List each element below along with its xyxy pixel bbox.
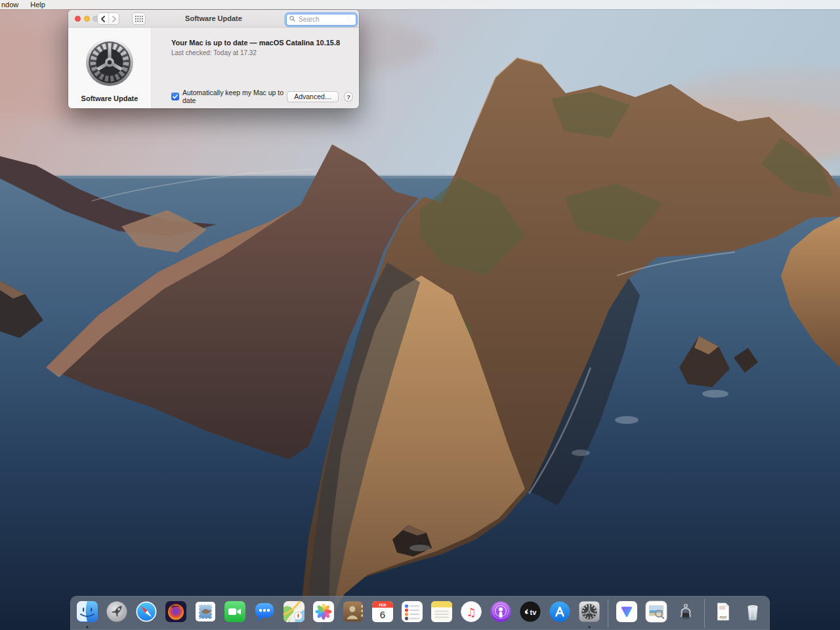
- search-icon: [289, 16, 295, 22]
- dock-item-firefox[interactable]: [165, 600, 187, 623]
- preview-loupe-icon: [645, 600, 667, 623]
- apple-tv-icon: tv: [519, 600, 541, 623]
- chevron-right-icon: [112, 16, 117, 22]
- sidebar-pane: Software Update: [68, 28, 152, 108]
- menu-item-help[interactable]: Help: [24, 0, 51, 9]
- launchpad-rocket-icon: [106, 600, 128, 623]
- auto-update-checkbox[interactable]: [171, 93, 179, 100]
- trash-icon: [742, 600, 764, 623]
- dock-item-hardware-utility[interactable]: [675, 600, 697, 623]
- checkmark-icon: [173, 94, 178, 99]
- dock-item-app-store[interactable]: [549, 600, 571, 623]
- pane-label: Software Update: [68, 94, 151, 102]
- reminders-icon: [401, 600, 423, 623]
- dock-divider: [608, 599, 608, 628]
- window-titlebar: Software Update: [68, 10, 359, 28]
- mail-stamp-icon: [194, 600, 217, 623]
- show-all-preferences-button[interactable]: [132, 12, 146, 25]
- nav-segment: [97, 12, 119, 25]
- svg-text:♫: ♫: [466, 606, 476, 619]
- dock-item-system-preferences[interactable]: [578, 600, 600, 623]
- minimize-button[interactable]: [84, 16, 90, 22]
- svg-text:PDF: PDF: [720, 616, 728, 620]
- running-indicator: [589, 626, 591, 628]
- facetime-camera-icon: [224, 600, 246, 623]
- calendar-icon: FEB 6: [371, 600, 394, 623]
- safari-compass-icon: [135, 600, 158, 623]
- notes-icon: [430, 600, 453, 623]
- auto-update-label: Automatically keep my Mac up to date: [182, 89, 287, 104]
- svg-text:6: 6: [380, 609, 385, 620]
- photos-pinwheel-icon: [312, 600, 335, 623]
- firefox-icon: [165, 600, 187, 623]
- dock-item-notes[interactable]: [430, 600, 453, 623]
- music-note-icon: ♫: [460, 600, 482, 623]
- search-field-wrap: [286, 12, 356, 24]
- contacts-book-icon: [342, 600, 364, 623]
- svg-text:FEB: FEB: [379, 603, 387, 607]
- advanced-button[interactable]: Advanced…: [287, 91, 339, 102]
- last-checked-text: Last checked: Today at 17.32: [171, 49, 257, 56]
- search-input[interactable]: [286, 14, 356, 26]
- dock-item-trash[interactable]: [742, 600, 764, 623]
- dock-item-calendar[interactable]: FEB 6: [371, 600, 394, 623]
- system-preferences-gear-icon: [578, 600, 600, 623]
- dock-item-pdf-document[interactable]: PDF: [712, 600, 734, 623]
- v-triangle-app-icon: [616, 600, 638, 623]
- back-button[interactable]: [98, 13, 108, 24]
- finder-icon: [76, 600, 98, 623]
- chevron-left-icon: [100, 16, 106, 22]
- messages-bubble-icon: [253, 600, 276, 623]
- dock-item-v-triangle-app[interactable]: [616, 600, 638, 623]
- dock-item-photos[interactable]: [312, 600, 335, 623]
- app-store-icon: [549, 600, 571, 623]
- dock-item-safari[interactable]: [135, 600, 158, 623]
- menu-item-window-truncated[interactable]: ndow: [0, 0, 24, 9]
- maps-icon: [283, 600, 305, 623]
- dock-divider: [704, 599, 705, 628]
- dock-item-tv[interactable]: tv: [519, 600, 541, 623]
- menu-bar: ndow Help: [0, 0, 840, 9]
- calipers-chip-icon: [675, 600, 697, 623]
- dock-item-maps[interactable]: [283, 600, 305, 623]
- grid-icon: [135, 16, 143, 22]
- window-main-content: Your Mac is up to date — macOS Catalina …: [152, 28, 359, 108]
- dock-item-finder[interactable]: [76, 600, 98, 623]
- software-update-gear-icon: [85, 38, 134, 87]
- forward-button[interactable]: [108, 13, 119, 24]
- software-update-window: Software Update: [68, 10, 359, 108]
- dock-item-contacts[interactable]: [342, 600, 364, 623]
- pdf-document-icon: PDF: [712, 600, 734, 623]
- dock-item-reminders[interactable]: [401, 600, 423, 623]
- svg-text:tv: tv: [530, 608, 537, 616]
- running-indicator: [87, 626, 89, 628]
- dock: FEB 6: [70, 596, 770, 630]
- dock-item-preview[interactable]: [645, 600, 667, 623]
- close-button[interactable]: [75, 16, 81, 22]
- help-button[interactable]: ?: [344, 92, 353, 102]
- dock-item-mail[interactable]: [194, 600, 217, 623]
- dock-item-facetime[interactable]: [224, 600, 246, 623]
- update-status-title: Your Mac is up to date — macOS Catalina …: [171, 39, 340, 47]
- podcasts-icon: [490, 600, 512, 623]
- desktop: ndow Help: [0, 0, 840, 630]
- dock-item-messages[interactable]: [253, 600, 276, 623]
- dock-item-launchpad[interactable]: [106, 600, 128, 623]
- dock-item-music[interactable]: ♫: [460, 600, 482, 623]
- dock-item-podcasts[interactable]: [490, 600, 512, 623]
